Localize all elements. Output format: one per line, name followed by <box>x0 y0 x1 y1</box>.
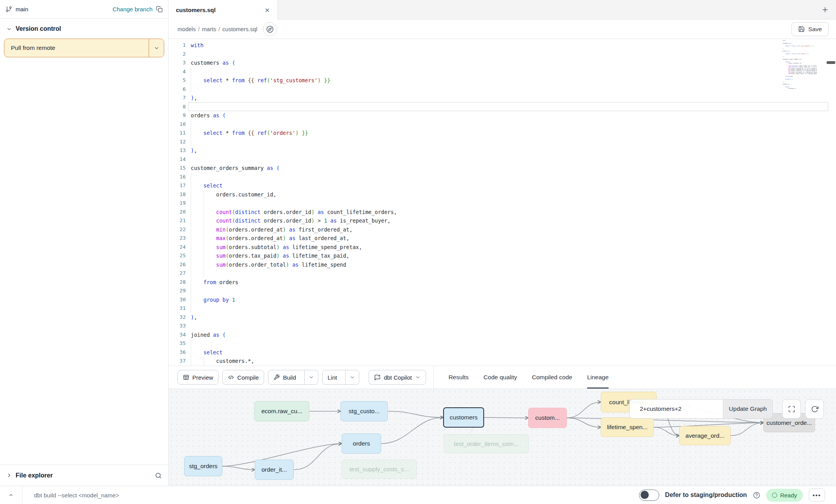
minimap[interactable]: with customers as ( select * from {{ ref… <box>783 40 817 107</box>
code-line: 22 min(orders.ordered_at) as first_order… <box>169 225 836 234</box>
statusbar-divider <box>22 486 22 504</box>
code-line: 14 <box>169 155 836 164</box>
code-line: 4 <box>169 67 836 76</box>
build-dropdown-chevron[interactable] <box>304 370 318 384</box>
code-icon <box>228 374 234 380</box>
code-line: 25 sum(orders.tax_paid) as lifetime_tax_… <box>169 251 836 260</box>
save-button[interactable]: Save <box>792 22 829 36</box>
code-line: 12 <box>169 138 836 147</box>
breadcrumb-file: customers.sql <box>222 26 257 32</box>
search-icon[interactable] <box>155 472 162 479</box>
file-explorer-header[interactable]: File explorer <box>0 465 168 486</box>
breadcrumb-models: models <box>177 26 196 32</box>
version-control-title: Version control <box>16 25 61 32</box>
tab-bar: customers.sql × <box>169 0 836 19</box>
defer-toggle[interactable] <box>639 490 659 501</box>
code-line: 16 <box>169 173 836 182</box>
chevron-right-icon <box>6 472 12 478</box>
lineage-search-input[interactable]: 2+customers+2 <box>629 399 723 419</box>
maximize-icon <box>788 405 795 413</box>
build-split-button: Build <box>268 370 318 385</box>
compile-button[interactable]: Compile <box>222 370 264 385</box>
lineage-node-customers-out[interactable]: custom... <box>528 408 567 428</box>
save-label: Save <box>808 26 822 33</box>
tab-title: customers.sql <box>176 7 263 13</box>
result-tabs: ResultsCode qualityCompiled codeLineage <box>449 366 609 389</box>
tab-compiled-code[interactable]: Compiled code <box>532 366 572 389</box>
refresh-icon <box>811 405 818 413</box>
code-line: 29 <box>169 286 836 295</box>
lineage-node-order-items[interactable]: order_it... <box>255 460 294 480</box>
save-icon <box>798 26 805 32</box>
copilot-chat-sparkle-icon <box>374 374 381 381</box>
tab-results[interactable]: Results <box>449 366 469 389</box>
editor-toolbar: Preview Compile Build <box>169 366 836 389</box>
chevron-down-icon[interactable] <box>149 39 164 57</box>
code-line: 8 <box>169 103 836 111</box>
code-line: 36 select <box>169 348 836 357</box>
copilot-compass-icon-button[interactable] <box>263 22 277 36</box>
toggle-knob <box>641 491 649 499</box>
tab-lineage[interactable]: Lineage <box>587 366 609 389</box>
new-tab-button[interactable] <box>820 4 831 15</box>
change-branch-link[interactable]: Change branch <box>112 6 153 12</box>
code-line: 20 count(distinct orders.order_id) as co… <box>169 208 836 217</box>
lineage-node-stg-orders[interactable]: stg_orders <box>184 456 222 476</box>
preview-label: Preview <box>192 374 213 381</box>
code-editor[interactable]: 1with23customers as (45 select * from {{… <box>169 39 836 366</box>
lint-button[interactable]: Lint <box>323 370 342 384</box>
close-icon[interactable]: × <box>263 6 271 14</box>
status-bar: dbt build --select <model_name> Defer to… <box>0 486 836 504</box>
help-icon[interactable] <box>753 492 760 499</box>
status-badge[interactable]: Ready <box>766 489 803 502</box>
dbt-ide-app: main Change branch Version control Pull … <box>0 0 836 504</box>
breadcrumb: models/marts/customers.sql <box>177 26 257 32</box>
lint-label: Lint <box>328 374 337 381</box>
more-options-button[interactable]: ••• <box>809 488 825 502</box>
dbt-copilot-button[interactable]: dbt Copilot <box>369 370 426 385</box>
update-graph-button[interactable]: Update Graph <box>723 399 773 419</box>
code-line: 13), <box>169 146 836 155</box>
code-line: 21 count(distinct orders.order_id) > 1 a… <box>169 216 836 225</box>
lineage-node-stg-customers[interactable]: stg_custo... <box>341 401 388 421</box>
compile-label: Compile <box>237 374 259 381</box>
code-line: 10 <box>169 120 836 129</box>
code-line: 33 <box>169 322 836 331</box>
command-input[interactable]: dbt build --select <model_name> <box>34 492 639 499</box>
lineage-node-ecom-raw-customers[interactable]: ecom.raw_cu... <box>254 401 309 421</box>
collapse-command-bar-button[interactable] <box>0 492 22 498</box>
lineage-node-average-order[interactable]: average_ord... <box>679 426 731 445</box>
chevron-down-icon <box>6 26 12 32</box>
branch-row: main Change branch <box>0 0 168 19</box>
pull-from-remote-button[interactable]: Pull from remote <box>4 39 164 57</box>
code-line: 34joined as ( <box>169 331 836 340</box>
tab-code-quality[interactable]: Code quality <box>483 366 517 389</box>
git-branch-icon <box>5 6 12 12</box>
code-line: 19 <box>169 199 836 208</box>
file-explorer-title: File explorer <box>16 472 53 479</box>
copy-icon[interactable] <box>156 6 163 12</box>
pull-from-remote-label: Pull from remote <box>4 39 149 57</box>
lineage-node-orders[interactable]: orders <box>342 433 381 454</box>
lineage-node-lifetime-spend[interactable]: lifetime_spen... <box>601 417 654 437</box>
refresh-button[interactable] <box>805 399 824 419</box>
code-line: 1with <box>169 41 836 50</box>
lineage-search-value: 2+customers+2 <box>640 405 682 412</box>
code-line: 6 <box>169 85 836 94</box>
scrollbar-thumb[interactable] <box>827 61 835 64</box>
preview-button[interactable]: Preview <box>177 370 218 385</box>
chevron-up-icon <box>8 492 14 498</box>
code-line: 5 select * from {{ ref('stg_customers') … <box>169 76 836 85</box>
code-line: 15customer_orders_summary as ( <box>169 164 836 173</box>
lint-split-button: Lint <box>322 370 359 385</box>
wrench-icon <box>273 374 280 380</box>
code-line: 18 orders.customer_id, <box>169 190 836 199</box>
branch-name: main <box>16 6 28 12</box>
build-button[interactable]: Build <box>268 370 301 384</box>
version-control-header[interactable]: Version control <box>0 19 168 36</box>
lint-dropdown-chevron[interactable] <box>345 370 359 384</box>
fullscreen-button[interactable] <box>782 399 801 419</box>
code-line: 27 <box>169 269 836 278</box>
tab-customers-sql[interactable]: customers.sql × <box>169 0 278 19</box>
lineage-node-customers[interactable]: customers <box>443 407 484 428</box>
